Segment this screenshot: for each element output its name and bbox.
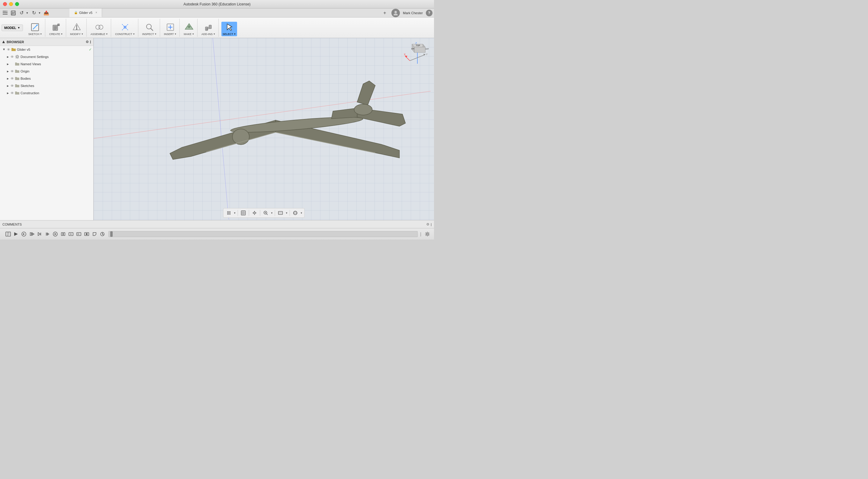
- svg-rect-96: [61, 232, 63, 235]
- tree-eye-sketches[interactable]: 👁: [10, 84, 14, 88]
- timeline-slider[interactable]: [108, 231, 418, 237]
- create-icon: [51, 22, 61, 32]
- timeline-icon-2[interactable]: [12, 230, 20, 238]
- tree-item-bodies[interactable]: ▶ 👁 Bodies: [0, 75, 93, 82]
- assemble-button[interactable]: ASSEMBLE▼: [89, 22, 109, 36]
- main-toolbar: MODEL ▼ SKETCH▼: [0, 18, 434, 38]
- undo-button[interactable]: ↺: [18, 9, 25, 17]
- profile-icon[interactable]: [392, 9, 400, 17]
- tree-arrow-doc[interactable]: ▶: [6, 55, 10, 59]
- sketch-group: SKETCH▼: [25, 19, 45, 37]
- modify-group: MODIFY▼: [67, 19, 87, 37]
- tree-arrow-construction[interactable]: ▶: [6, 91, 10, 95]
- construct-button[interactable]: CONSTRUCT▼: [114, 22, 136, 36]
- tree-arrow-sketches[interactable]: ▶: [6, 84, 10, 88]
- viewport[interactable]: Z Y X TOP FRONT: [94, 38, 434, 220]
- tree-arrow-root[interactable]: ▶: [2, 48, 6, 51]
- snap-arrow[interactable]: ▼: [234, 212, 236, 215]
- tree-label-doc-settings: Document Settings: [21, 55, 93, 59]
- tree-arrow-named[interactable]: ▶: [6, 62, 10, 66]
- add-tab-button[interactable]: +: [381, 9, 389, 17]
- undo-dropdown[interactable]: ▼: [25, 9, 29, 17]
- tab-close-button[interactable]: ×: [95, 11, 97, 14]
- tree-label-construction: Construction: [21, 91, 93, 95]
- browser-pin-icon[interactable]: |: [90, 40, 91, 44]
- add-ins-button[interactable]: S ADD-INS▼: [200, 22, 217, 36]
- redo-dropdown[interactable]: ▼: [37, 9, 42, 17]
- timeline-icon-12[interactable]: [91, 230, 98, 238]
- tree-item-construction[interactable]: ▶ 👁 Construction: [0, 89, 93, 97]
- window-controls[interactable]: [3, 2, 19, 6]
- maximize-button[interactable]: [15, 2, 19, 6]
- timeline-icon-13[interactable]: [99, 230, 106, 238]
- browser-settings-icon[interactable]: ⊙: [86, 40, 89, 44]
- tree-item-named-views[interactable]: ▶ 👁 Named Views: [0, 60, 93, 68]
- zoom-arrow[interactable]: ▼: [271, 212, 273, 215]
- model-selector[interactable]: MODEL ▼: [1, 25, 23, 31]
- tree-item-root[interactable]: ▶ 👁 Glider v5 ✓: [0, 46, 93, 53]
- tree-item-origin[interactable]: ▶ 👁 Origin: [0, 68, 93, 75]
- timeline-icon-10[interactable]: [75, 230, 83, 238]
- display-grid-button[interactable]: [240, 209, 247, 217]
- environment-arrow[interactable]: ▼: [300, 212, 303, 215]
- timeline-icon-3[interactable]: [20, 230, 28, 238]
- svg-point-59: [227, 212, 228, 212]
- timeline-settings-button[interactable]: [424, 230, 431, 238]
- export-button[interactable]: 📤: [42, 9, 50, 17]
- tree-eye-doc[interactable]: 👁: [10, 55, 14, 59]
- tree-eye-root[interactable]: 👁: [7, 48, 10, 51]
- display-mode-button[interactable]: [277, 209, 284, 217]
- app-menu-button[interactable]: [1, 9, 9, 17]
- viewcube[interactable]: Z Y X TOP FRONT: [404, 41, 431, 68]
- tab-glider-v5[interactable]: 🔒 Glider v5 ×: [69, 8, 102, 17]
- timeline-icon-6[interactable]: [44, 230, 51, 238]
- svg-point-40: [230, 114, 363, 135]
- tree-eye-construction[interactable]: 👁: [10, 91, 14, 95]
- redo-button[interactable]: ↻: [30, 9, 37, 17]
- close-button[interactable]: [3, 2, 7, 6]
- environment-button[interactable]: [292, 209, 299, 217]
- sketch-label: SKETCH▼: [28, 33, 42, 36]
- svg-text:TOP: TOP: [416, 44, 421, 46]
- timeline-icon-8[interactable]: [60, 230, 67, 238]
- timeline-icon-4[interactable]: [28, 230, 35, 238]
- browser-collapse-button[interactable]: ◀: [2, 41, 5, 43]
- save-button[interactable]: [10, 9, 17, 17]
- tree-eye-bodies[interactable]: 👁: [10, 77, 14, 80]
- timeline-icon-1[interactable]: [4, 230, 12, 238]
- timeline-icon-7[interactable]: [52, 230, 59, 238]
- title-bar: Autodesk Fusion 360 (Education License): [0, 0, 434, 8]
- construct-icon: [120, 22, 130, 32]
- sketch-main-button[interactable]: SKETCH▼: [27, 22, 43, 36]
- timeline-icon-11[interactable]: [83, 230, 90, 238]
- comments-pin-icon[interactable]: |: [431, 223, 432, 226]
- display-mode-arrow[interactable]: ▼: [285, 212, 288, 215]
- make-button[interactable]: MAKE▼: [182, 22, 195, 36]
- tree-arrow-origin[interactable]: ▶: [6, 69, 10, 73]
- select-button[interactable]: SELECT▼: [221, 22, 237, 36]
- inspect-button[interactable]: INSPECT▼: [141, 22, 158, 36]
- create-label: CREATE▼: [49, 33, 63, 36]
- minimize-button[interactable]: [9, 2, 13, 6]
- glider-model: [146, 38, 408, 208]
- svg-rect-36: [209, 25, 211, 29]
- svg-line-11: [33, 25, 37, 29]
- zoom-button[interactable]: [262, 209, 270, 217]
- timeline-icon-9[interactable]: [67, 230, 74, 238]
- modify-button[interactable]: MODIFY▼: [69, 22, 85, 36]
- timeline-icon-5[interactable]: [36, 230, 43, 238]
- animation-bar: |: [0, 228, 434, 240]
- snap-grid-button[interactable]: [225, 209, 232, 217]
- timeline-thumb[interactable]: [110, 231, 113, 237]
- tree-arrow-bodies[interactable]: ▶: [6, 77, 10, 80]
- tab-lock-icon: 🔒: [74, 11, 78, 14]
- pan-button[interactable]: [251, 209, 258, 217]
- tree-eye-origin[interactable]: 👁: [10, 69, 14, 73]
- comments-settings-icon[interactable]: ⊙: [427, 222, 429, 226]
- tree-item-document-settings[interactable]: ▶ 👁 Document Settings: [0, 53, 93, 60]
- svg-text:Y: Y: [426, 53, 428, 56]
- create-button[interactable]: CREATE▼: [48, 22, 64, 36]
- insert-button[interactable]: INSERT▼: [163, 22, 178, 36]
- tree-item-sketches[interactable]: ▶ 👁 Sketches: [0, 82, 93, 89]
- help-button[interactable]: ?: [426, 10, 433, 16]
